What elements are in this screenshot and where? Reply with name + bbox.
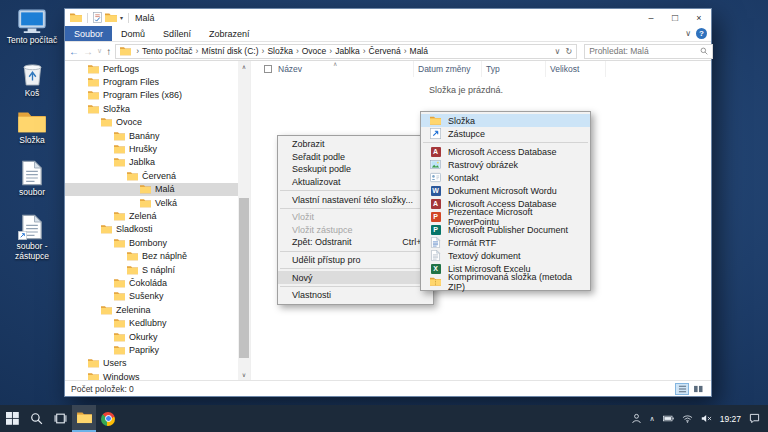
tree-item-ovoce[interactable]: Ovoce <box>65 116 238 129</box>
tab-view[interactable]: Zobrazení <box>200 26 259 41</box>
tree-item-bombony[interactable]: Bombony <box>65 236 238 249</box>
tab-home[interactable]: Domů <box>112 26 154 41</box>
menu-item-undo-delete[interactable]: Zpět: OdstranitCtrl+Z <box>278 236 433 249</box>
scrollbar-thumb[interactable] <box>239 198 249 358</box>
tree-item-jablka[interactable]: Jablka <box>65 156 238 169</box>
expand-ribbon-icon[interactable]: ∨ <box>685 29 691 38</box>
menu-item-refresh[interactable]: Aktualizovat <box>278 176 433 189</box>
address-dropdown-icon[interactable]: ∨ <box>555 47 561 56</box>
maximize-button[interactable]: □ <box>663 9 687 26</box>
tree-item-mala[interactable]: Malá <box>65 183 238 196</box>
tree-item-zelenina[interactable]: Zelenina <box>65 303 238 316</box>
tree-item-slozka[interactable]: Složka <box>65 102 238 115</box>
newmenu-item-zip-folder[interactable]: Komprimovaná složka (metoda ZIP) <box>421 275 590 288</box>
desktop-icon-this-pc[interactable]: Tento počítač <box>2 6 62 46</box>
properties-icon[interactable] <box>93 12 102 23</box>
start-button[interactable] <box>0 405 24 432</box>
tree-item-banany[interactable]: Banány <box>65 129 238 142</box>
zip-folder-icon <box>429 276 442 287</box>
newmenu-item-access-database[interactable]: AMicrosoft Access Database <box>421 145 590 158</box>
qat-customize-icon[interactable]: ▾ <box>120 14 123 21</box>
desktop-icon-file[interactable]: soubor <box>2 158 62 198</box>
refresh-icon[interactable]: ↻ <box>565 47 572 56</box>
people-icon[interactable] <box>631 413 642 424</box>
breadcrumb-local-disk[interactable]: Místní disk (C:) <box>201 46 258 56</box>
back-button[interactable]: ← <box>69 46 79 57</box>
menu-item-new[interactable]: Nový› <box>278 271 433 284</box>
details-view-button[interactable] <box>675 383 689 395</box>
newmenu-item-shortcut[interactable]: Zástupce <box>421 127 590 140</box>
tree-item-perflogs[interactable]: PerfLogs <box>65 62 238 75</box>
menu-item-give-access[interactable]: Udělit přístup pro› <box>278 254 433 267</box>
select-all-checkbox[interactable] <box>264 65 272 73</box>
menu-item-properties[interactable]: Vlastnosti <box>278 289 433 302</box>
newmenu-item-text-document[interactable]: Textový dokument <box>421 249 590 262</box>
menu-item-group-by[interactable]: Seskupit podle› <box>278 163 433 176</box>
breadcrumb-ovoce[interactable]: Ovoce <box>302 46 327 56</box>
taskbar-clock[interactable]: 19:27 <box>720 414 741 424</box>
tree-item-users[interactable]: Users <box>65 357 238 370</box>
tree-item-windows[interactable]: Windows <box>65 370 238 380</box>
menu-item-customize-folder[interactable]: Vlastní nastavení této složky... <box>278 193 433 206</box>
address-bar[interactable]: › Tento počítač › Místní disk (C:) › Slo… <box>115 44 577 59</box>
volume-muted-icon[interactable] <box>701 413 712 424</box>
newmenu-item-powerpoint-presentation[interactable]: PPrezentace Microsoft PowerPointu <box>421 210 590 223</box>
column-size[interactable]: Velikost <box>546 61 606 77</box>
tree-item-cokolada[interactable]: Čokoláda <box>65 276 238 289</box>
close-button[interactable]: × <box>687 9 711 26</box>
scroll-down-icon[interactable]: ∨ <box>238 369 250 380</box>
tree-item-program-files-x86[interactable]: Program Files (x86) <box>65 89 238 102</box>
newmenu-item-word-document[interactable]: WDokument Microsoft Wordu <box>421 184 590 197</box>
column-type[interactable]: Typ <box>482 61 546 77</box>
menu-item-sort-by[interactable]: Seřadit podle› <box>278 151 433 164</box>
desktop-icon-recycle-bin[interactable]: Koš <box>2 59 62 99</box>
up-button[interactable]: ↑ <box>106 46 111 57</box>
taskbar-search-button[interactable] <box>24 405 48 432</box>
tree-item-cervena[interactable]: Červená <box>65 169 238 182</box>
breadcrumb-mala[interactable]: Malá <box>410 46 428 56</box>
tree-item-zelena[interactable]: Zelená <box>65 209 238 222</box>
help-icon[interactable]: ? <box>696 28 707 39</box>
tree-item-bez-naplne[interactable]: Bez náplně <box>65 249 238 262</box>
tree-item-hrusky[interactable]: Hrušky <box>65 142 238 155</box>
minimize-button[interactable]: – <box>639 9 663 26</box>
desktop-icon-folder[interactable]: Složka <box>2 106 62 146</box>
hidden-icons-chevron[interactable]: ∧ <box>650 415 655 423</box>
tab-share[interactable]: Sdílení <box>154 26 200 41</box>
newmenu-item-rtf-format[interactable]: Formát RTF <box>421 236 590 249</box>
scroll-up-icon[interactable]: ∧ <box>238 61 250 72</box>
new-folder-icon[interactable] <box>105 12 117 23</box>
tree-item-program-files[interactable]: Program Files <box>65 75 238 88</box>
newmenu-item-bitmap-image[interactable]: Rastrový obrázek <box>421 158 590 171</box>
tree-item-velka[interactable]: Velká <box>65 196 238 209</box>
tree-item-papriky[interactable]: Papriky <box>65 343 238 356</box>
tree-item-kedlubny[interactable]: Kedlubny <box>65 316 238 329</box>
wifi-icon[interactable] <box>682 413 693 424</box>
taskbar-chrome-button[interactable] <box>96 405 120 432</box>
newmenu-item-contact[interactable]: Kontakt <box>421 171 590 184</box>
breadcrumb-this-pc[interactable]: Tento počítač <box>142 46 193 56</box>
newmenu-item-folder[interactable]: Složka <box>421 114 590 127</box>
column-name[interactable]: Název∧ <box>274 61 414 77</box>
task-view-button[interactable] <box>48 405 72 432</box>
tree-item-s-naplni[interactable]: S náplní <box>65 263 238 276</box>
tree-item-sladkosti[interactable]: Sladkosti <box>65 223 238 236</box>
item-count: Počet položek: 0 <box>71 384 134 394</box>
battery-icon[interactable] <box>663 413 674 424</box>
tree-item-susenky[interactable]: Sušenky <box>65 290 238 303</box>
search-box[interactable] <box>584 44 713 59</box>
breadcrumb-jablka[interactable]: Jablka <box>335 46 360 56</box>
column-date-modified[interactable]: Datum změny <box>414 61 482 77</box>
tab-file[interactable]: Soubor <box>65 26 112 41</box>
tree-scrollbar[interactable]: ∧ ∨ <box>238 61 250 380</box>
search-input[interactable] <box>589 46 700 56</box>
desktop-icon-file-shortcut[interactable]: soubor - zástupce <box>2 212 62 262</box>
breadcrumb-slozka[interactable]: Složka <box>267 46 293 56</box>
taskbar-file-explorer-button[interactable] <box>72 405 96 432</box>
tree-item-okurky[interactable]: Okurky <box>65 330 238 343</box>
icons-view-button[interactable] <box>691 383 705 395</box>
breadcrumb-cervena[interactable]: Červená <box>369 46 401 56</box>
action-center-icon[interactable] <box>749 413 760 424</box>
menu-item-view[interactable]: Zobrazit› <box>278 138 433 151</box>
newmenu-item-publisher-document[interactable]: PMicrosoft Publisher Document <box>421 223 590 236</box>
